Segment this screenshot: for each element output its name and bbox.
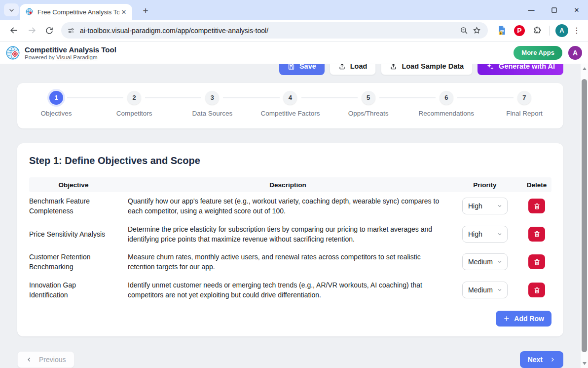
actions-toolbar: Save Load Load Sample Data Generate with… xyxy=(279,64,563,75)
priority-select[interactable]: Medium xyxy=(462,253,508,270)
window-minimize-button[interactable]: — xyxy=(520,0,543,20)
stepper: 1 Objectives 2 Competitors 3 Data Source… xyxy=(17,91,563,117)
window-maximize-button[interactable] xyxy=(543,0,565,20)
plus-icon xyxy=(503,315,510,322)
window-close-button[interactable]: ✕ xyxy=(565,0,588,20)
chevron-down-icon xyxy=(497,203,503,209)
step-label: Recommendations xyxy=(407,110,485,117)
add-row-wrap: Add Row xyxy=(29,311,551,327)
description-cell: Measure churn rates, monthly active user… xyxy=(128,252,448,272)
back-arrow-icon xyxy=(9,26,19,35)
table-row: Customer Retention Benchmarking Measure … xyxy=(29,248,551,276)
visual-paradigm-link[interactable]: Visual Paradigm xyxy=(56,54,98,60)
table-row: Benchmark Feature Completeness Quantify … xyxy=(29,192,551,220)
objectives-table-body: Benchmark Feature Completeness Quantify … xyxy=(29,192,551,304)
step-number[interactable]: 3 xyxy=(205,91,219,105)
description-cell: Quantify how our app's feature set (e.g.… xyxy=(128,196,448,216)
app-title-block: Competitive Analysis Tool Powered by Vis… xyxy=(25,45,116,60)
objective-cell: Benchmark Feature Completeness xyxy=(29,196,118,216)
chevron-down-icon xyxy=(497,259,503,265)
delete-row-button[interactable] xyxy=(528,199,545,213)
priority-value: High xyxy=(468,229,482,239)
toolbar-divider xyxy=(550,26,550,36)
upload-icon xyxy=(338,64,346,70)
table-row: Innovation Gap Identification Identify u… xyxy=(29,276,551,304)
more-apps-button[interactable]: More Apps xyxy=(514,46,562,60)
trash-icon xyxy=(533,286,541,294)
scrollbar-down-arrow[interactable] xyxy=(581,360,588,367)
browser-profile-avatar[interactable]: A xyxy=(555,24,568,37)
add-row-button[interactable]: Add Row xyxy=(496,311,551,327)
step-number[interactable]: 6 xyxy=(440,91,453,105)
stepper-step: 6 Recommendations xyxy=(407,91,485,117)
pinterest-logo: P xyxy=(514,25,525,36)
stepper-step: 7 Final Report xyxy=(485,91,563,117)
maximize-icon xyxy=(551,7,557,13)
step-label: Data Sources xyxy=(173,110,251,117)
load-button[interactable]: Load xyxy=(330,64,376,75)
priority-select[interactable]: High xyxy=(462,198,508,214)
previous-button[interactable]: Previous xyxy=(17,351,74,368)
bookmark-star-icon[interactable] xyxy=(470,24,483,37)
table-row: Price Sensitivity Analysis Determine the… xyxy=(29,220,551,248)
next-button[interactable]: Next xyxy=(520,351,563,368)
favicon xyxy=(26,8,34,16)
load-sample-data-button[interactable]: Load Sample Data xyxy=(381,64,473,75)
site-settings-icon[interactable] xyxy=(67,27,75,35)
priority-select[interactable]: High xyxy=(462,226,508,243)
delete-row-button[interactable] xyxy=(528,254,545,269)
table-header: Objective Description Priority Delete xyxy=(29,177,551,192)
objective-cell: Innovation Gap Identification xyxy=(29,280,118,300)
stepper-step: 2 Competitors xyxy=(95,91,173,117)
step-number[interactable]: 5 xyxy=(362,91,375,105)
step-number[interactable]: 2 xyxy=(127,91,141,105)
step-number[interactable]: 7 xyxy=(517,91,531,105)
scrollbar[interactable] xyxy=(581,64,588,368)
extensions-puzzle-icon[interactable] xyxy=(530,23,545,38)
generate-with-ai-button[interactable]: Generate with AI xyxy=(478,64,563,75)
priority-value: High xyxy=(468,201,482,211)
priority-value: Medium xyxy=(468,285,493,295)
chevron-down-icon xyxy=(497,287,503,293)
tab-title: Free Competitive Analysis Tool xyxy=(37,8,119,16)
scrollbar-thumb[interactable] xyxy=(582,79,587,352)
user-avatar[interactable]: A xyxy=(568,46,582,60)
stepper-step: 4 Competitive Factors xyxy=(251,91,329,117)
reload-icon xyxy=(45,26,54,35)
browser-tab[interactable]: Free Competitive Analysis Tool ✕ xyxy=(20,4,132,20)
new-tab-button[interactable]: + xyxy=(139,4,152,17)
tab-search-button[interactable] xyxy=(4,3,19,16)
reload-button[interactable] xyxy=(42,24,56,38)
delete-row-button[interactable] xyxy=(528,283,545,297)
app-header: Competitive Analysis Tool Powered by Vis… xyxy=(0,41,588,64)
browser-menu-icon[interactable]: ⋮ xyxy=(570,26,583,35)
column-header-delete: Delete xyxy=(522,181,551,189)
back-button[interactable] xyxy=(7,24,21,38)
column-header-priority: Priority xyxy=(458,181,512,189)
tab-close-icon[interactable]: ✕ xyxy=(119,7,128,16)
forward-button[interactable] xyxy=(25,24,38,38)
step-label: Opps/Threats xyxy=(330,110,407,117)
zoom-out-icon[interactable] xyxy=(457,24,470,37)
priority-select[interactable]: Medium xyxy=(462,282,508,298)
stepper-step: 1 Objectives xyxy=(17,91,95,117)
description-cell: Determine the price elasticity for subsc… xyxy=(128,224,448,245)
url-bar[interactable]: ai-toolbox.visual-paradigm.com/app/compe… xyxy=(61,22,488,39)
stepper-step: 3 Data Sources xyxy=(173,91,251,117)
delete-row-button[interactable] xyxy=(528,227,545,242)
step-number[interactable]: 4 xyxy=(283,91,297,105)
trash-icon xyxy=(533,230,541,238)
visual-paradigm-logo xyxy=(6,45,21,60)
url-text[interactable]: ai-toolbox.visual-paradigm.com/app/compe… xyxy=(80,27,457,35)
step-label: Competitive Factors xyxy=(251,110,329,117)
save-button[interactable]: Save xyxy=(279,64,325,75)
step-number[interactable]: 1 xyxy=(49,91,63,105)
pinterest-extension-icon[interactable]: P xyxy=(512,23,527,38)
bottom-nav: Previous Next xyxy=(17,351,563,368)
browser-titlebar: Free Competitive Analysis Tool ✕ + — ✕ xyxy=(0,0,588,20)
scrollbar-up-arrow[interactable] xyxy=(581,65,588,72)
chevron-left-icon xyxy=(26,357,32,363)
sparkles-icon xyxy=(486,64,494,71)
doc-download-extension-icon[interactable] xyxy=(494,23,509,38)
upload-icon xyxy=(390,64,397,70)
